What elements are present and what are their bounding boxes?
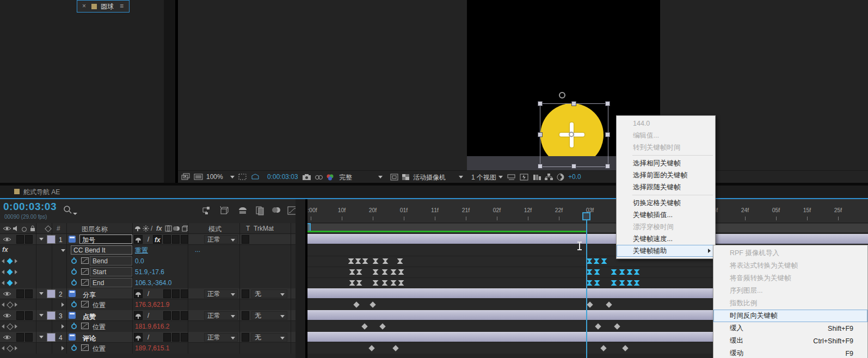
keyframe[interactable] xyxy=(600,345,606,351)
layer2-position-graph-icon[interactable] xyxy=(81,301,89,307)
layer1-preserve-cell[interactable] xyxy=(242,235,249,244)
keyframe[interactable] xyxy=(355,258,361,264)
layer2-shy-switch[interactable] xyxy=(134,289,143,298)
keyframe[interactable] xyxy=(397,258,403,264)
bend-graph-icon[interactable] xyxy=(81,257,89,264)
keyframe[interactable] xyxy=(373,280,379,286)
selection-handle[interactable] xyxy=(605,132,610,137)
layer3-lock-cell[interactable] xyxy=(25,311,33,320)
resolution-value[interactable]: 完整 xyxy=(339,173,352,182)
layer1-quality-switch[interactable]: / xyxy=(147,236,149,243)
keyframe[interactable] xyxy=(622,345,628,351)
motion-blur-icon[interactable] xyxy=(271,206,282,215)
next-keyframe-arrow[interactable] xyxy=(15,324,17,329)
effect-name-field[interactable]: CC Bend It xyxy=(71,245,132,255)
keyframe[interactable] xyxy=(356,269,362,275)
effect-more-link[interactable]: ... xyxy=(195,246,200,254)
keyframe[interactable] xyxy=(379,323,385,329)
keyframe[interactable] xyxy=(383,258,389,264)
camera-dropdown-icon[interactable] xyxy=(459,176,463,178)
menu-item[interactable]: 切换定格关键帧 xyxy=(617,197,715,209)
keyframe[interactable] xyxy=(601,258,607,264)
resolution-dropdown-icon[interactable] xyxy=(378,176,383,178)
keyframe[interactable] xyxy=(627,280,633,286)
keyframe[interactable] xyxy=(368,345,374,351)
layer4-position-graph-icon[interactable] xyxy=(81,344,89,351)
keyframe[interactable] xyxy=(362,258,368,264)
keyframe[interactable] xyxy=(349,269,355,275)
keyframe[interactable] xyxy=(587,301,593,307)
show-snapshot-icon[interactable] xyxy=(314,173,324,181)
panel-menu-icon[interactable]: ≡ xyxy=(120,2,124,10)
layer3-label-chip[interactable] xyxy=(47,311,56,320)
current-time-display[interactable]: 0:00:03:03 xyxy=(3,201,57,213)
layer1-fx-switch[interactable]: fx xyxy=(153,235,162,244)
menu-item[interactable]: 编辑值... xyxy=(617,129,715,141)
keyframe[interactable] xyxy=(391,269,397,275)
prev-keyframe-arrow[interactable] xyxy=(2,270,4,274)
keyframe[interactable] xyxy=(614,323,620,329)
magnification-dropdown-icon[interactable] xyxy=(230,176,235,178)
layer3-mode-dropdown[interactable]: 正常 xyxy=(204,311,238,320)
menu-item[interactable]: 缓入Shift+F9 xyxy=(713,322,867,335)
layer3-3d-cell[interactable] xyxy=(181,311,188,320)
layer4-label-chip[interactable] xyxy=(47,333,56,342)
mini-flowchart-icon[interactable] xyxy=(544,173,554,181)
layer2-quality-switch[interactable]: / xyxy=(147,290,149,298)
hide-shy-layers-icon[interactable] xyxy=(237,206,248,215)
prev-keyframe-arrow[interactable] xyxy=(2,346,4,350)
layer3-blend-cell[interactable] xyxy=(163,311,171,320)
current-time-indicator-head[interactable] xyxy=(582,212,590,220)
layer3-position-value[interactable]: 181.9,616.2 xyxy=(135,323,169,330)
menu-item[interactable]: 关键帧辅助 xyxy=(617,245,715,257)
keyframe[interactable] xyxy=(349,280,355,286)
start-graph-icon[interactable] xyxy=(81,268,89,275)
menu-item[interactable]: 将音频转换为关键帧 xyxy=(713,272,867,285)
layer4-trkmat-dropdown[interactable]: 无 xyxy=(251,333,287,342)
start-value[interactable]: 51.9,-17.6 xyxy=(135,268,164,276)
keyframe[interactable] xyxy=(594,280,600,286)
snapshot-icon[interactable] xyxy=(302,173,312,181)
next-keyframe-arrow[interactable] xyxy=(15,303,17,307)
pixel-aspect-icon[interactable] xyxy=(532,173,542,181)
layer2-label-chip[interactable] xyxy=(47,289,56,298)
keyframe[interactable] xyxy=(587,280,593,286)
layer4-blur-cell[interactable] xyxy=(172,333,180,342)
selection-handle[interactable] xyxy=(605,164,610,169)
tab-duoshi-daohang[interactable]: 舵式导航 AE xyxy=(14,188,60,197)
keyframe[interactable] xyxy=(370,301,375,307)
composition-mini-flowchart-icon[interactable] xyxy=(201,206,212,215)
keyframe[interactable] xyxy=(392,345,398,351)
keyframe[interactable] xyxy=(611,269,617,275)
keyframe[interactable] xyxy=(398,269,404,275)
keyframe[interactable] xyxy=(382,280,388,286)
tab-close-icon[interactable]: × xyxy=(82,2,86,10)
prev-keyframe-arrow[interactable] xyxy=(2,259,4,263)
keyframe[interactable] xyxy=(398,280,404,286)
bend-value[interactable]: 0.0 xyxy=(135,257,144,265)
keyframe[interactable] xyxy=(619,280,625,286)
transparency-grid-icon[interactable] xyxy=(401,173,411,181)
layer3-shy-switch[interactable] xyxy=(134,311,143,320)
layer2-name[interactable]: 分享 xyxy=(83,291,96,300)
selection-handle[interactable] xyxy=(571,101,576,106)
keyframe[interactable] xyxy=(611,280,617,286)
menu-item[interactable]: 关键帧插值... xyxy=(617,209,715,221)
layer3-preserve-cell[interactable] xyxy=(242,311,249,320)
layer4-position-stopwatch-icon[interactable] xyxy=(71,345,77,351)
layer4-position-value[interactable]: 189.7,615.1 xyxy=(135,344,169,352)
selection-handle[interactable] xyxy=(538,164,543,169)
prev-keyframe-arrow[interactable] xyxy=(2,281,4,285)
search-options-icon[interactable] xyxy=(73,213,77,215)
target-region-icon[interactable] xyxy=(390,173,399,181)
layer4-mode-dropdown[interactable]: 正常 xyxy=(204,333,238,342)
keyframe[interactable] xyxy=(595,323,601,329)
layer4-3d-cell[interactable] xyxy=(181,333,188,342)
selection-handle[interactable] xyxy=(538,132,543,137)
share-view-icon[interactable] xyxy=(507,173,516,181)
search-icon[interactable] xyxy=(63,205,72,214)
layer3-audio-cell[interactable] xyxy=(16,311,24,320)
layer3-position-label[interactable]: 位置 xyxy=(93,323,106,332)
layer4-prop-twirl-icon[interactable] xyxy=(61,346,64,350)
keyframe[interactable] xyxy=(391,280,397,286)
